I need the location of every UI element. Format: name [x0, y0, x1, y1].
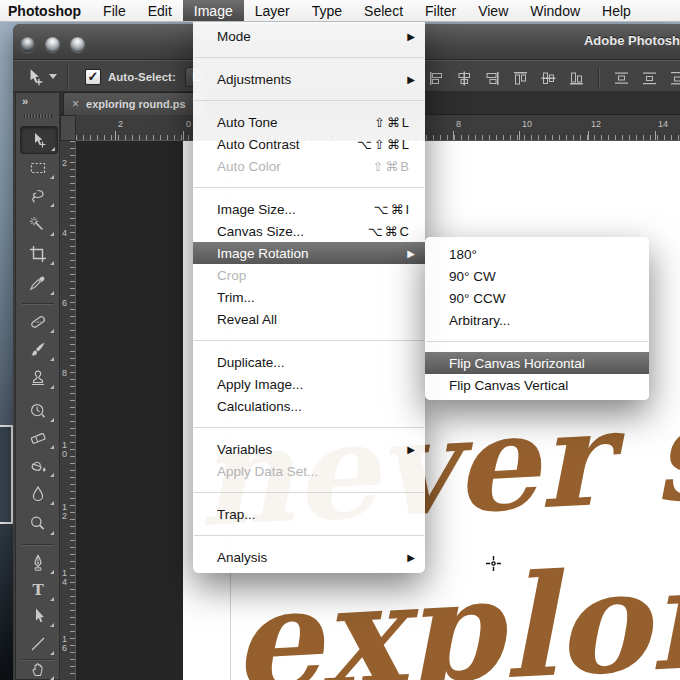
- move-tool[interactable]: [20, 126, 58, 154]
- dodge-tool[interactable]: [20, 511, 56, 537]
- rotation-submenu-item-flip-canvas-vertical[interactable]: Flip Canvas Vertical: [425, 374, 649, 396]
- image-menu-item-trim[interactable]: Trim...: [193, 286, 425, 308]
- menu-separator: [425, 331, 649, 352]
- image-menu-item-image-rotation[interactable]: Image Rotation▶: [193, 242, 425, 264]
- menu-separator: [193, 47, 425, 68]
- align-top-edges-icon[interactable]: [512, 70, 529, 87]
- menubar-item-image[interactable]: Image: [183, 0, 244, 21]
- blur-tool[interactable]: [20, 481, 56, 507]
- window-title: Adobe Photosh: [584, 33, 680, 48]
- alignment-buttons: [428, 68, 680, 88]
- menubar-item-file[interactable]: File: [92, 0, 137, 21]
- menubar-item-select[interactable]: Select: [353, 0, 414, 21]
- clone-stamp-tool[interactable]: [20, 365, 56, 391]
- menu-separator: [193, 90, 425, 111]
- menu-item-label: Calculations...: [217, 399, 415, 414]
- rotation-submenu-item-flip-canvas-horizontal[interactable]: Flip Canvas Horizontal: [425, 352, 649, 374]
- menu-item-shortcut: ⇧⌘B: [372, 159, 411, 174]
- type-tool[interactable]: T: [20, 577, 56, 603]
- submenu-arrow-icon: ▶: [407, 444, 415, 455]
- ruler-number: 12: [591, 119, 601, 129]
- line-tool[interactable]: [20, 631, 56, 657]
- screen: Adobe Photosh ✓ Auto-Select: L × explori…: [0, 0, 680, 680]
- image-menu-item-auto-contrast[interactable]: Auto Contrast⌥⇧⌘L: [193, 133, 425, 155]
- menu-separator: [193, 525, 425, 546]
- image-menu-item-duplicate[interactable]: Duplicate...: [193, 351, 425, 373]
- menu-separator: [193, 177, 425, 198]
- image-menu-item-trap[interactable]: Trap...: [193, 503, 425, 525]
- path-selection-tool[interactable]: [20, 603, 56, 629]
- panel-grip[interactable]: [24, 114, 52, 118]
- magic-wand-tool[interactable]: [20, 212, 56, 238]
- rect-marquee-tool[interactable]: [20, 155, 56, 181]
- image-menu-item-analysis[interactable]: Analysis▶: [193, 546, 425, 568]
- image-menu-item-adjustments[interactable]: Adjustments▶: [193, 68, 425, 90]
- menu-item-label: 180°: [449, 247, 639, 262]
- chevron-down-icon[interactable]: [49, 74, 57, 79]
- ruler-origin-corner[interactable]: [60, 115, 76, 141]
- eraser-tool[interactable]: [20, 425, 56, 451]
- crop-tool[interactable]: [20, 241, 56, 267]
- align-vertical-centers-icon[interactable]: [540, 70, 557, 87]
- rotation-submenu-item-90-cw[interactable]: 90° CW: [425, 265, 649, 287]
- menubar-item-view[interactable]: View: [467, 0, 519, 21]
- align-right-edges-icon[interactable]: [484, 70, 501, 87]
- rotation-submenu-item-90-ccw[interactable]: 90° CCW: [425, 287, 649, 309]
- align-horizontal-centers-icon[interactable]: [456, 70, 473, 87]
- minimize-button[interactable]: [45, 37, 60, 52]
- ruler-number: 6: [62, 299, 67, 308]
- move-tool-icon: [25, 67, 45, 87]
- auto-select-label: Auto-Select:: [108, 71, 176, 83]
- close-button[interactable]: [20, 37, 35, 52]
- ruler-number: 0: [186, 119, 191, 129]
- distribute-vertical-centers-icon[interactable]: [641, 70, 658, 87]
- rotation-submenu-item-arbitrary[interactable]: Arbitrary...: [425, 309, 649, 331]
- brush-tool[interactable]: [20, 337, 56, 363]
- close-tab-icon[interactable]: ×: [72, 98, 79, 110]
- menubar-item-filter[interactable]: Filter: [414, 0, 467, 21]
- distribute-top-edges-icon[interactable]: [613, 70, 630, 87]
- menubar-item-photoshop[interactable]: Photoshop: [0, 0, 92, 21]
- image-menu-item-variables[interactable]: Variables▶: [193, 438, 425, 460]
- menu-item-label: Analysis: [217, 550, 401, 565]
- menu-item-label: Flip Canvas Horizontal: [449, 356, 639, 371]
- menubar-item-window[interactable]: Window: [519, 0, 591, 21]
- menubar-item-layer[interactable]: Layer: [244, 0, 301, 21]
- image-menu-item-mode[interactable]: Mode▶: [193, 25, 425, 47]
- ruler-number: 8: [456, 119, 461, 129]
- image-menu-item-image-size[interactable]: Image Size...⌥⌘I: [193, 198, 425, 220]
- hand-tool[interactable]: [20, 656, 56, 680]
- image-menu-item-apply-image[interactable]: Apply Image...: [193, 373, 425, 395]
- auto-select-checkbox[interactable]: ✓: [85, 69, 101, 85]
- image-menu-item-reveal-all[interactable]: Reveal All: [193, 308, 425, 330]
- align-left-edges-icon[interactable]: [428, 70, 445, 87]
- menubar-item-type[interactable]: Type: [301, 0, 353, 21]
- vertical-ruler: 246810121416: [60, 141, 76, 680]
- submenu-arrow-icon: ▶: [407, 31, 415, 42]
- pen-tool[interactable]: [20, 550, 56, 576]
- menu-item-label: Image Rotation: [217, 246, 401, 261]
- menubar-item-edit[interactable]: Edit: [137, 0, 183, 21]
- paint-bucket-tool[interactable]: [20, 453, 56, 479]
- image-menu-item-canvas-size[interactable]: Canvas Size...⌥⌘C: [193, 220, 425, 242]
- eyedropper-tool[interactable]: [20, 271, 56, 297]
- menu-item-label: Trap...: [217, 507, 415, 522]
- menu-item-label: Arbitrary...: [449, 313, 639, 328]
- toolbar-separator: [22, 303, 54, 305]
- document-tab[interactable]: × exploring round.ps: [63, 92, 205, 115]
- lasso-tool[interactable]: [20, 183, 56, 209]
- image-menu-item-auto-tone[interactable]: Auto Tone⇧⌘L: [193, 111, 425, 133]
- spot-healing-tool[interactable]: [20, 309, 56, 335]
- history-brush-tool[interactable]: [20, 398, 56, 424]
- tools-panel: » T: [15, 92, 60, 680]
- rotation-submenu-item-180[interactable]: 180°: [425, 243, 649, 265]
- ruler-number: 10: [522, 119, 532, 129]
- image-menu-item-calculations[interactable]: Calculations...: [193, 395, 425, 417]
- menubar-item-help[interactable]: Help: [591, 0, 642, 21]
- submenu-arrow-icon: ▶: [407, 248, 415, 259]
- align-bottom-edges-icon[interactable]: [568, 70, 585, 87]
- svg-text:T: T: [32, 581, 44, 599]
- distribute-bottom-edges-icon[interactable]: [669, 70, 680, 87]
- zoom-button[interactable]: [70, 37, 85, 52]
- collapse-panel-icon[interactable]: »: [16, 93, 59, 107]
